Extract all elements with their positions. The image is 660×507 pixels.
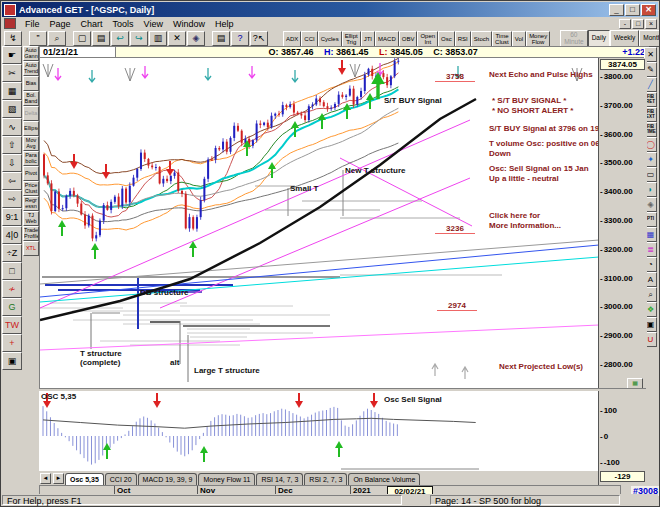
minimize-button[interactable]: _ bbox=[609, 4, 624, 16]
arrow-down-tool[interactable]: ⇩ bbox=[2, 154, 22, 172]
study-button-obv[interactable]: OBV bbox=[399, 31, 418, 47]
study-button-cci[interactable]: CCI bbox=[301, 31, 317, 47]
mdi-restore-button[interactable]: □ bbox=[632, 19, 644, 29]
sidebar-study-bias[interactable]: Bias bbox=[23, 76, 39, 91]
tab-scroll-left-button[interactable]: ◄ bbox=[40, 473, 51, 484]
sidebar-study-ellipse[interactable]: Ellipse bbox=[23, 121, 39, 136]
change-value: +1.22 bbox=[622, 47, 645, 57]
study-button-money-flow[interactable]: Money Flow bbox=[526, 31, 550, 47]
status-help-text: For Help, press F1 bbox=[2, 495, 402, 505]
period-button-monthly[interactable]: Monthly bbox=[639, 30, 660, 47]
prev-page-icon[interactable]: ↩ bbox=[111, 31, 129, 46]
retracement-tool[interactable]: 4|0 bbox=[2, 226, 22, 244]
sidebar-study-tj-web[interactable]: TJ Web bbox=[23, 211, 39, 226]
annotation-click-here-for[interactable]: Click here for bbox=[489, 211, 540, 220]
menu-window[interactable]: Window bbox=[168, 19, 210, 29]
annotation-db-structure: DB structure bbox=[140, 288, 188, 297]
tab-scroll-right-button[interactable]: ► bbox=[53, 473, 64, 484]
maximize-button[interactable]: □ bbox=[625, 4, 640, 16]
solid-up-arrow bbox=[58, 220, 66, 236]
chart-style-tool[interactable]: ▦ bbox=[2, 82, 22, 100]
sidebar-study-trade-profile[interactable]: Trade Profile bbox=[23, 226, 39, 241]
arrow-right-tool[interactable]: ⇨ bbox=[2, 190, 22, 208]
copy-page-icon[interactable]: ▥ bbox=[149, 31, 167, 46]
menu-page[interactable]: Page bbox=[45, 19, 76, 29]
price-chart-pane[interactable]: Next Echo and Pulse Highs* S/T BUY SIGNA… bbox=[39, 58, 599, 388]
study-button-jti[interactable]: JTI bbox=[361, 31, 375, 47]
next-page-icon[interactable]: ↪ bbox=[130, 31, 148, 46]
sidebar-study-price-clust[interactable]: Price Clust bbox=[23, 181, 39, 196]
solid-down-arrow bbox=[102, 164, 110, 179]
study-button-open-int[interactable]: Open Int bbox=[417, 31, 438, 47]
oscillator-pane[interactable]: OSC 5,35 Osc Sell Signal bbox=[39, 391, 598, 471]
menu-view[interactable]: View bbox=[139, 19, 168, 29]
tab-money-flow-11[interactable]: Money Flow 11 bbox=[198, 473, 255, 485]
zoom-icon[interactable]: ⌕ bbox=[48, 31, 66, 46]
sidebar-study-pivot[interactable]: Pivot bbox=[23, 166, 39, 181]
sidebar-study-para-bolic[interactable]: Para bolic bbox=[23, 151, 39, 166]
chart-window-icon[interactable] bbox=[4, 18, 16, 29]
oscillator-axis: -129 1000-100 bbox=[598, 391, 647, 485]
arrow-left-tool[interactable]: ⇦ bbox=[2, 172, 22, 190]
study-button-rsi[interactable]: RSI bbox=[455, 31, 471, 47]
print-icon[interactable]: ▤ bbox=[212, 31, 230, 46]
tw-tool[interactable]: TW bbox=[2, 316, 22, 334]
page-settings-icon[interactable]: ◈ bbox=[187, 31, 205, 46]
tab-cci-20[interactable]: CCI 20 bbox=[105, 473, 137, 485]
high-value: 3861.45 bbox=[336, 47, 369, 57]
open-page-icon[interactable]: ▤ bbox=[92, 31, 110, 46]
pin-icon[interactable]: ↯ bbox=[4, 31, 22, 46]
box-tool[interactable]: □ bbox=[2, 262, 22, 280]
low-label: L: bbox=[379, 47, 388, 57]
menu-chart[interactable]: Chart bbox=[76, 19, 108, 29]
study-button-osc[interactable]: Osc bbox=[438, 31, 455, 47]
study-button-time-clust[interactable]: Time Clust bbox=[492, 31, 512, 47]
sidebar-study-auto-trend[interactable]: Auto Trend bbox=[23, 61, 39, 76]
study-edit-tool[interactable]: ▧ bbox=[2, 100, 22, 118]
grab-tool[interactable]: ☛ bbox=[2, 46, 22, 64]
scissors-tool[interactable]: ✂ bbox=[2, 64, 22, 82]
new-page-icon[interactable]: ▢ bbox=[73, 31, 91, 46]
tab-on-balance-volume[interactable]: On Balance Volume bbox=[348, 473, 420, 485]
sidebar-study-bol-band[interactable]: Bol. Band bbox=[23, 91, 39, 106]
mdi-close-button[interactable]: × bbox=[645, 19, 657, 29]
elliott-wave-tool[interactable]: ∿ bbox=[2, 118, 22, 136]
study-button-adx[interactable]: ADX bbox=[283, 31, 301, 47]
quote-icon[interactable]: ” bbox=[29, 31, 47, 46]
gann-tool[interactable]: G bbox=[2, 298, 22, 316]
sidebar-study-mov-avg[interactable]: Mov Avg bbox=[23, 136, 39, 151]
menu-file[interactable]: File bbox=[20, 19, 45, 29]
sidebar-study-delta[interactable]: Delta bbox=[23, 106, 39, 121]
close-button[interactable]: ✕ bbox=[641, 4, 656, 16]
tab-rsi-14-7-3[interactable]: RSI 14, 7, 3 bbox=[256, 473, 303, 485]
menu-help[interactable]: Help bbox=[210, 19, 239, 29]
study-button-stoch[interactable]: Stoch bbox=[471, 31, 492, 47]
osc-chart-canvas[interactable] bbox=[39, 391, 598, 471]
help-icon[interactable]: ? bbox=[231, 31, 249, 46]
sidebar-study-regr-essn[interactable]: Regr essn bbox=[23, 196, 39, 211]
annotation-more-information[interactable]: More Information... bbox=[489, 221, 561, 230]
snapshot-tool[interactable]: ▣ bbox=[2, 352, 22, 370]
crosshair-tool[interactable]: + bbox=[2, 334, 22, 352]
ratio-tool[interactable]: 9:1 bbox=[2, 208, 22, 226]
arrow-up-tool[interactable]: ⇧ bbox=[2, 136, 22, 154]
delete-page-icon[interactable]: ✕ bbox=[168, 31, 186, 46]
tab-macd-19-39-9[interactable]: MACD 19, 39, 9 bbox=[138, 473, 198, 485]
period-button-60-minute[interactable]: 60 Minute bbox=[560, 30, 588, 47]
sidebar-study-auto-gann[interactable]: Auto Gann bbox=[23, 46, 39, 61]
divide-tool[interactable]: ÷Z bbox=[2, 244, 22, 262]
study-button-macd[interactable]: MACD bbox=[375, 31, 399, 47]
sidebar-study-xtl[interactable]: XTL bbox=[23, 241, 39, 256]
lines-tool[interactable]: ≁ bbox=[2, 280, 22, 298]
solid-up-arrow bbox=[91, 243, 99, 259]
period-button-daily[interactable]: Daily bbox=[588, 30, 610, 47]
context-help-icon[interactable]: ?↖ bbox=[250, 31, 268, 46]
tab-rsi-2-7-3[interactable]: RSI 2, 7, 3 bbox=[304, 473, 347, 485]
tab-osc-5-35[interactable]: Osc 5,35 bbox=[65, 473, 104, 485]
study-button-ellipt-trig[interactable]: Ellipt Trig bbox=[342, 31, 361, 47]
study-button-cycles[interactable]: Cycles bbox=[318, 31, 342, 47]
period-button-weekly[interactable]: Weekly bbox=[610, 30, 639, 47]
menu-tools[interactable]: Tools bbox=[108, 19, 139, 29]
study-button-vol[interactable]: Vol bbox=[512, 31, 526, 47]
mdi-minimize-button[interactable]: - bbox=[619, 19, 631, 29]
